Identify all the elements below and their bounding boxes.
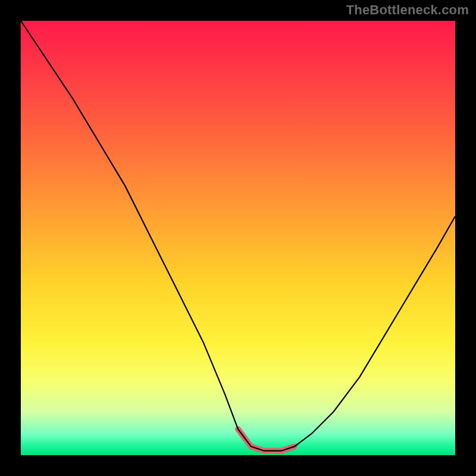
plot-area: [21, 21, 455, 455]
chart-frame: TheBottleneck.com: [0, 0, 476, 476]
attribution-label: TheBottleneck.com: [346, 2, 469, 18]
bottleneck-curve: [21, 21, 455, 451]
curve-layer: [21, 21, 455, 455]
